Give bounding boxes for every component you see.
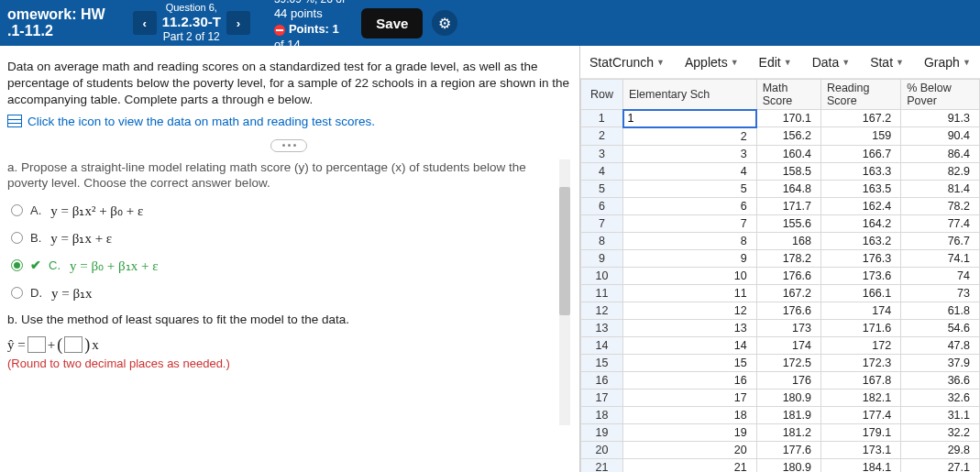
- cell[interactable]: 180.9: [756, 458, 820, 472]
- col-math[interactable]: Math Score: [756, 80, 820, 110]
- cell[interactable]: 155.6: [756, 214, 820, 232]
- cell[interactable]: 167.2: [820, 110, 900, 127]
- cell[interactable]: 10: [623, 267, 757, 284]
- row-header[interactable]: 2: [581, 127, 623, 146]
- row-header[interactable]: 11: [581, 284, 623, 302]
- option-b[interactable]: B.y = β₁x + ε: [11, 230, 557, 247]
- scrollbar-thumb[interactable]: [559, 187, 570, 315]
- radio-c[interactable]: [11, 259, 23, 271]
- row-header[interactable]: 15: [581, 354, 623, 371]
- row-header[interactable]: 14: [581, 336, 623, 354]
- menu-data[interactable]: Data▼: [812, 55, 851, 70]
- row-header[interactable]: 17: [581, 389, 623, 406]
- cell[interactable]: 172: [820, 336, 900, 354]
- cell[interactable]: 163.2: [820, 232, 900, 249]
- cell[interactable]: 174: [820, 302, 900, 319]
- radio-a[interactable]: [11, 204, 23, 216]
- cell[interactable]: 180.9: [756, 389, 820, 406]
- cell[interactable]: 37.9: [901, 354, 980, 371]
- cell[interactable]: 168: [756, 232, 820, 249]
- cell[interactable]: 90.4: [901, 127, 980, 146]
- cell[interactable]: 74: [901, 267, 980, 284]
- cell[interactable]: 3: [623, 145, 757, 162]
- row-header[interactable]: 7: [581, 214, 623, 232]
- cell[interactable]: 181.9: [756, 406, 820, 423]
- cell[interactable]: 4: [623, 162, 757, 180]
- view-data-link[interactable]: Click the icon to view the data on math …: [7, 115, 570, 128]
- row-header[interactable]: 1: [581, 110, 623, 127]
- row-header[interactable]: 10: [581, 267, 623, 284]
- row-header[interactable]: 21: [581, 458, 623, 472]
- cell[interactable]: 160.4: [756, 145, 820, 162]
- cell[interactable]: 174: [756, 336, 820, 354]
- row-header[interactable]: 9: [581, 249, 623, 267]
- cell[interactable]: 18: [623, 406, 757, 423]
- menu-edit[interactable]: Edit▼: [759, 55, 792, 70]
- cell[interactable]: 176: [756, 371, 820, 389]
- cell[interactable]: 8: [623, 232, 757, 249]
- cell[interactable]: 16: [623, 371, 757, 389]
- cell[interactable]: 181.2: [756, 423, 820, 441]
- cell[interactable]: 178.2: [756, 249, 820, 267]
- slope-input[interactable]: [64, 336, 83, 353]
- cell[interactable]: 47.8: [901, 336, 980, 354]
- menu-stat[interactable]: Stat▼: [870, 55, 904, 70]
- cell[interactable]: 177.4: [820, 406, 900, 423]
- cell[interactable]: 166.7: [820, 145, 900, 162]
- cell[interactable]: 15: [623, 354, 757, 371]
- cell[interactable]: 19: [623, 423, 757, 441]
- data-table[interactable]: Row Elementary Sch Math Score Reading Sc…: [580, 79, 980, 472]
- cell[interactable]: 29.8: [901, 441, 980, 458]
- col-reading[interactable]: Reading Score: [820, 80, 900, 110]
- row-header[interactable]: 19: [581, 423, 623, 441]
- cell[interactable]: 172.5: [756, 354, 820, 371]
- intercept-input[interactable]: [28, 336, 46, 353]
- cell[interactable]: 176.3: [820, 249, 900, 267]
- cell[interactable]: 158.5: [756, 162, 820, 180]
- cell[interactable]: 31.1: [901, 406, 980, 423]
- cell[interactable]: 163.3: [820, 162, 900, 180]
- row-header[interactable]: 18: [581, 406, 623, 423]
- cell[interactable]: 179.1: [820, 423, 900, 441]
- cell[interactable]: 81.4: [901, 180, 980, 197]
- cell[interactable]: 159: [820, 127, 900, 146]
- cell[interactable]: 164.8: [756, 180, 820, 197]
- menu-applets[interactable]: Applets▼: [685, 55, 739, 70]
- col-poverty[interactable]: % Below Pover: [901, 80, 980, 110]
- cell[interactable]: 164.2: [820, 214, 900, 232]
- row-header[interactable]: 8: [581, 232, 623, 249]
- cell[interactable]: 2: [623, 127, 757, 146]
- cell[interactable]: 32.6: [901, 389, 980, 406]
- cell[interactable]: 171.7: [756, 197, 820, 214]
- cell[interactable]: 11: [623, 284, 757, 302]
- cell[interactable]: 32.2: [901, 423, 980, 441]
- row-header[interactable]: 5: [581, 180, 623, 197]
- cell[interactable]: 86.4: [901, 145, 980, 162]
- cell[interactable]: 182.1: [820, 389, 900, 406]
- col-school[interactable]: Elementary Sch: [623, 80, 757, 110]
- cell[interactable]: 78.2: [901, 197, 980, 214]
- cell[interactable]: 13: [623, 319, 757, 336]
- cell[interactable]: 73: [901, 284, 980, 302]
- menu-statcrunch[interactable]: StatCrunch▼: [589, 55, 665, 70]
- cell[interactable]: 173.1: [820, 441, 900, 458]
- row-header[interactable]: 3: [581, 145, 623, 162]
- cell[interactable]: 20: [623, 441, 757, 458]
- row-header[interactable]: 12: [581, 302, 623, 319]
- cell[interactable]: 176.6: [756, 267, 820, 284]
- option-a[interactable]: A.y = β₁x² + β₀ + ε: [11, 203, 557, 219]
- cell[interactable]: 6: [623, 197, 757, 214]
- cell[interactable]: 162.4: [820, 197, 900, 214]
- row-header[interactable]: 20: [581, 441, 623, 458]
- cell[interactable]: 172.3: [820, 354, 900, 371]
- cell[interactable]: 76.7: [901, 232, 980, 249]
- row-header[interactable]: 4: [581, 162, 623, 180]
- cell[interactable]: 82.9: [901, 162, 980, 180]
- cell[interactable]: 167.8: [820, 371, 900, 389]
- cell[interactable]: 170.1: [756, 110, 820, 127]
- cell[interactable]: 171.6: [820, 319, 900, 336]
- cell[interactable]: 166.1: [820, 284, 900, 302]
- cell[interactable]: 36.6: [901, 371, 980, 389]
- cell[interactable]: 17: [623, 389, 757, 406]
- more-icon[interactable]: [270, 139, 307, 152]
